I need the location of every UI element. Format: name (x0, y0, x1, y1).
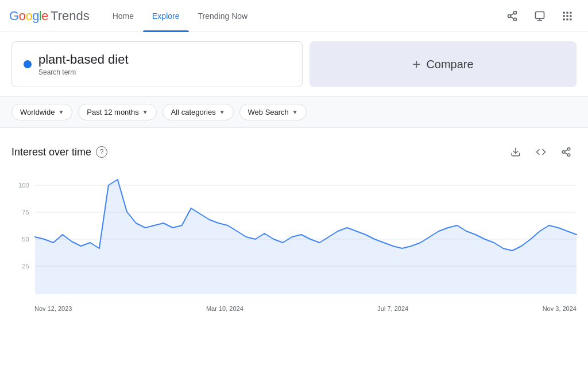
svg-rect-11 (563, 15, 565, 17)
feedback-button[interactable] (528, 5, 551, 28)
svg-line-21 (564, 153, 567, 154)
time-filter-arrow: ▼ (142, 109, 148, 115)
svg-rect-16 (570, 18, 571, 20)
feedback-icon (534, 10, 546, 22)
search-content: plant-based diet Search term (38, 52, 129, 76)
download-icon (510, 147, 521, 157)
x-label-2: Jul 7, 2024 (377, 305, 408, 312)
search-box: plant-based diet Search term (11, 41, 303, 87)
chart-section: Interest over time ? (11, 142, 577, 312)
svg-rect-5 (536, 11, 544, 18)
header-icons (501, 5, 579, 28)
google-logo-text: Google (9, 9, 48, 24)
category-filter-arrow: ▼ (219, 109, 225, 115)
svg-text:100: 100 (18, 182, 29, 189)
x-label-1: Mar 10, 2024 (206, 305, 243, 312)
logo: Google Trends (9, 9, 90, 24)
search-type-filter[interactable]: Web Search ▼ (239, 104, 307, 120)
category-filter[interactable]: All categories ▼ (163, 104, 234, 120)
compare-box[interactable]: + Compare (310, 41, 577, 87)
region-filter-arrow: ▼ (58, 109, 64, 115)
svg-rect-14 (563, 18, 565, 20)
nav-trending-now[interactable]: Trending Now (189, 0, 257, 32)
x-label-0: Nov 12, 2023 (34, 305, 72, 312)
svg-rect-13 (570, 15, 571, 17)
help-icon[interactable]: ? (96, 146, 107, 158)
svg-rect-8 (563, 11, 565, 13)
trend-chart-svg: 100 75 50 25 (11, 174, 577, 300)
search-dot (24, 60, 32, 68)
time-filter[interactable]: Past 12 months ▼ (78, 104, 156, 120)
main-nav: Home Explore Trending Now (103, 0, 501, 32)
trends-logo-text: Trends (51, 9, 90, 24)
apps-icon (562, 10, 573, 22)
x-label-3: Nov 3, 2024 (543, 305, 577, 312)
nav-explore[interactable]: Explore (143, 0, 188, 32)
chart-title-row: Interest over time ? (11, 146, 107, 158)
share-icon (506, 10, 518, 22)
svg-rect-9 (566, 11, 568, 13)
search-section: plant-based diet Search term + Compare (0, 32, 588, 96)
time-filter-label: Past 12 months (87, 108, 138, 116)
chart-title: Interest over time (11, 146, 91, 158)
svg-text:50: 50 (22, 236, 29, 243)
svg-text:25: 25 (22, 263, 29, 270)
main-content: Interest over time ? (0, 128, 588, 326)
compare-plus-icon: + (412, 56, 420, 72)
filters-section: Worldwide ▼ Past 12 months ▼ All categor… (0, 96, 588, 128)
share-chart-icon (561, 147, 571, 157)
search-row: plant-based diet Search term + Compare (11, 41, 577, 87)
x-axis-labels: Nov 12, 2023 Mar 10, 2024 Jul 7, 2024 No… (11, 302, 577, 312)
search-type-filter-label: Web Search (248, 108, 289, 116)
chart-header: Interest over time ? (11, 142, 577, 162)
svg-rect-10 (570, 11, 571, 13)
region-filter[interactable]: Worldwide ▼ (11, 104, 72, 120)
category-filter-label: All categories (171, 108, 216, 116)
chart-container: 100 75 50 25 (11, 174, 577, 302)
search-type-filter-arrow: ▼ (292, 109, 298, 115)
share-chart-button[interactable] (556, 142, 577, 162)
nav-home[interactable]: Home (103, 0, 143, 32)
region-filter-label: Worldwide (20, 108, 55, 116)
svg-rect-15 (566, 18, 568, 20)
embed-button[interactable] (531, 142, 551, 162)
share-button[interactable] (501, 5, 524, 28)
embed-icon (536, 147, 546, 157)
svg-rect-12 (566, 15, 568, 17)
svg-text:75: 75 (22, 209, 29, 216)
svg-line-4 (510, 13, 514, 15)
svg-line-3 (510, 17, 514, 18)
svg-line-22 (564, 150, 567, 151)
compare-label: Compare (426, 58, 473, 71)
search-type-label: Search term (38, 68, 129, 76)
header: Google Trends Home Explore Trending Now (0, 0, 588, 32)
chart-actions (505, 142, 577, 162)
download-button[interactable] (505, 142, 526, 162)
search-term-text: plant-based diet (38, 52, 129, 67)
apps-button[interactable] (556, 5, 579, 28)
